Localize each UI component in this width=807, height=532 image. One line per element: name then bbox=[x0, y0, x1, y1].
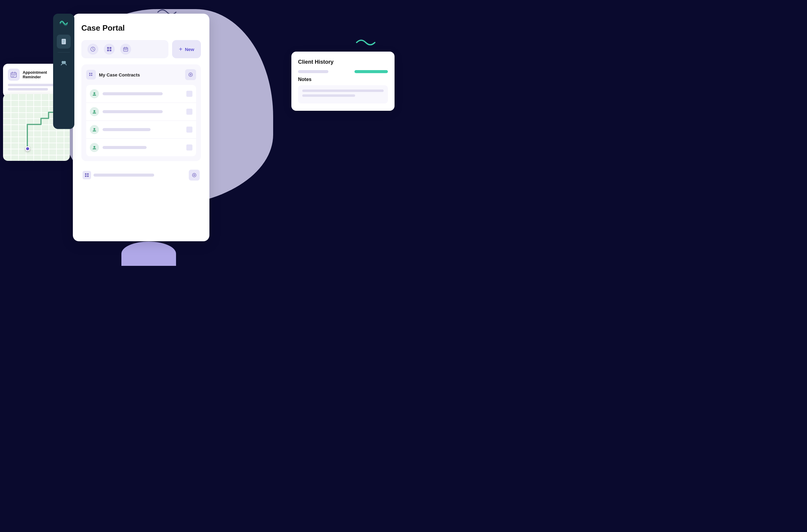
svg-rect-33 bbox=[85, 175, 87, 177]
contract-info bbox=[102, 92, 183, 95]
notes-title: Notes bbox=[298, 77, 388, 82]
svg-rect-9 bbox=[107, 47, 109, 49]
map-pin-start bbox=[25, 146, 30, 151]
notes-box bbox=[298, 85, 388, 103]
contract-item[interactable] bbox=[86, 121, 196, 139]
contract-check bbox=[186, 109, 192, 115]
svg-point-18 bbox=[126, 50, 126, 50]
page-title: Case Portal bbox=[81, 23, 201, 33]
history-bar-gray bbox=[298, 70, 328, 73]
svg-point-29 bbox=[94, 128, 95, 130]
history-row bbox=[298, 70, 388, 73]
contract-bar bbox=[102, 92, 163, 95]
svg-point-27 bbox=[94, 92, 95, 94]
sidebar-logo bbox=[59, 19, 69, 28]
avatar-icon bbox=[90, 125, 99, 134]
new-button-label: New bbox=[185, 47, 194, 52]
notes-line bbox=[302, 90, 384, 92]
svg-point-43 bbox=[13, 75, 14, 76]
svg-rect-21 bbox=[91, 73, 92, 74]
contract-check bbox=[186, 91, 192, 97]
bottom-row bbox=[81, 166, 201, 180]
contract-bar bbox=[102, 146, 147, 149]
clock-icon[interactable] bbox=[88, 44, 98, 55]
svg-rect-2 bbox=[62, 41, 65, 42]
svg-line-8 bbox=[93, 49, 94, 50]
svg-rect-11 bbox=[107, 50, 109, 51]
contract-info bbox=[102, 110, 183, 113]
contract-bar bbox=[102, 110, 163, 113]
contract-item[interactable] bbox=[86, 103, 196, 121]
sidebar bbox=[53, 14, 74, 129]
contract-item[interactable] bbox=[86, 139, 196, 156]
contract-check bbox=[186, 145, 192, 151]
contracts-header: My Case Contracts bbox=[86, 69, 196, 80]
svg-point-30 bbox=[94, 146, 95, 148]
svg-rect-32 bbox=[87, 173, 89, 175]
avatar-icon bbox=[90, 143, 99, 152]
add-bottom-button[interactable] bbox=[189, 170, 200, 180]
bottom-bar bbox=[94, 174, 154, 177]
contract-list bbox=[86, 85, 196, 156]
grid-icon[interactable] bbox=[104, 44, 115, 55]
client-history-card: Client History Notes bbox=[291, 52, 395, 111]
svg-rect-20 bbox=[89, 73, 91, 74]
client-history-title: Client History bbox=[298, 59, 388, 65]
svg-point-42 bbox=[12, 75, 13, 76]
main-card: Case Portal bbox=[73, 14, 209, 241]
right-decoration bbox=[355, 36, 379, 50]
svg-point-45 bbox=[12, 76, 13, 77]
svg-rect-23 bbox=[91, 75, 92, 76]
svg-rect-31 bbox=[85, 173, 87, 175]
svg-rect-1 bbox=[62, 40, 65, 41]
add-contract-button[interactable] bbox=[185, 69, 196, 80]
history-bar-green bbox=[354, 70, 388, 73]
svg-point-44 bbox=[15, 75, 15, 76]
avatar-icon bbox=[90, 89, 99, 98]
new-button[interactable]: + New bbox=[172, 40, 201, 58]
contract-item[interactable] bbox=[86, 85, 196, 103]
contracts-section: My Case Contracts bbox=[81, 64, 201, 161]
svg-rect-3 bbox=[62, 42, 64, 43]
svg-rect-22 bbox=[89, 75, 91, 76]
appointment-icon bbox=[8, 69, 20, 81]
contracts-title: My Case Contracts bbox=[99, 72, 140, 77]
contracts-icon bbox=[86, 70, 96, 79]
bottom-icon-group bbox=[82, 171, 154, 179]
contract-check bbox=[186, 127, 192, 133]
toolbar-row: + New bbox=[81, 40, 201, 58]
svg-point-19 bbox=[126, 50, 127, 50]
svg-point-5 bbox=[63, 61, 66, 63]
sidebar-item-documents[interactable] bbox=[57, 35, 71, 49]
bottom-blob bbox=[121, 242, 176, 266]
sidebar-divider bbox=[58, 52, 70, 53]
svg-rect-12 bbox=[110, 50, 111, 51]
contract-bar bbox=[102, 128, 151, 131]
contract-info bbox=[102, 146, 183, 149]
svg-rect-10 bbox=[110, 47, 111, 49]
calendar-icon[interactable] bbox=[120, 44, 131, 55]
contract-info bbox=[102, 128, 183, 131]
appointment-bar bbox=[8, 88, 48, 91]
toolbar-icons-group bbox=[81, 40, 169, 58]
avatar-icon bbox=[90, 107, 99, 116]
notes-line bbox=[302, 94, 355, 97]
svg-point-17 bbox=[124, 50, 125, 50]
svg-rect-34 bbox=[87, 175, 89, 177]
plus-icon: + bbox=[179, 46, 182, 53]
bottom-grid-icon bbox=[82, 171, 91, 179]
svg-point-28 bbox=[94, 110, 95, 112]
sidebar-item-people[interactable] bbox=[57, 56, 71, 70]
svg-point-46 bbox=[13, 76, 14, 77]
contracts-header-left: My Case Contracts bbox=[86, 70, 140, 79]
